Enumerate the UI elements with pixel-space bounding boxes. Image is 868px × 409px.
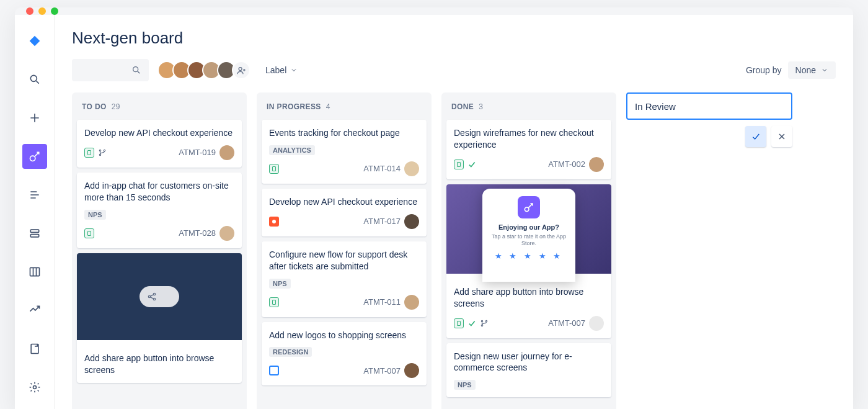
story-type-icon (269, 297, 279, 307)
assignee-avatar[interactable] (589, 316, 604, 331)
share-icon (141, 286, 162, 307)
add-person-icon (237, 66, 246, 75)
app-logo-icon[interactable] (22, 29, 47, 53)
new-column (626, 92, 792, 409)
card-id: ATMT-002 (548, 160, 585, 169)
nav-reports-icon[interactable] (22, 298, 47, 323)
label-filter-text: Label (265, 65, 286, 75)
card-title: Design new user journey for e-commerce s… (454, 351, 604, 374)
card-title: Add in-app chat for customers on-site mo… (84, 180, 234, 204)
minimize-window-icon[interactable] (38, 7, 46, 15)
assignee-avatar[interactable] (219, 145, 234, 160)
card-id: ATMT-017 (363, 217, 401, 226)
card-tag: NPS (84, 210, 106, 220)
card[interactable]: Add share app button into browse screens (77, 253, 242, 384)
card[interactable]: Add in-app chat for customers on-site mo… (77, 173, 242, 248)
svg-rect-7 (30, 267, 39, 276)
card-tag: ANALYTICS (269, 145, 315, 155)
svg-point-30 (104, 150, 105, 151)
card-id: ATMT-007 (548, 318, 585, 328)
member-avatars (157, 61, 250, 79)
nav-board[interactable] (22, 144, 47, 169)
svg-point-37 (481, 320, 482, 321)
card[interactable]: Enjoying our App? Tap a star to rate it … (446, 184, 611, 338)
close-window-icon[interactable] (26, 7, 33, 15)
column-todo: TO DO 29 Develop new API checkout experi… (72, 92, 247, 409)
card-id: ATMT-028 (179, 228, 216, 238)
svg-point-4 (30, 156, 35, 161)
check-icon (751, 132, 761, 142)
svg-rect-6 (30, 235, 38, 237)
svg-line-34 (150, 294, 153, 296)
group-by-control: Group by None (746, 61, 836, 79)
assignee-avatar[interactable] (404, 161, 419, 176)
page-title: Next-gen board (72, 29, 836, 48)
card-id: ATMT-014 (363, 164, 401, 173)
add-member-button[interactable] (232, 61, 250, 79)
svg-point-25 (239, 67, 242, 70)
card-title: Add share app button into browse screens (454, 286, 604, 310)
phone-preview-subtitle: Tap a star to rate it on the App Store. (490, 233, 568, 247)
card-cover: Enjoying our App? Tap a star to rate it … (446, 184, 611, 274)
card-title: Design wireframes for new checkout exper… (454, 127, 604, 151)
maximize-window-icon[interactable] (51, 7, 58, 15)
window-titlebar (15, 7, 853, 15)
column-count: 3 (479, 102, 483, 111)
column-in-progress: IN PROGRESS 4 Events tracking for checko… (257, 92, 432, 409)
nav-backlog-icon[interactable] (22, 182, 47, 207)
card-tag: NPS (269, 279, 291, 289)
column-name: IN PROGRESS (267, 102, 321, 111)
assignee-avatar[interactable] (404, 363, 419, 378)
column-header[interactable]: TO DO 29 (77, 100, 242, 115)
chevron-down-icon (821, 66, 828, 74)
branch-icon (480, 319, 489, 328)
svg-point-38 (481, 325, 482, 326)
nav-pages-icon[interactable] (22, 336, 47, 361)
story-type-icon (454, 318, 464, 328)
card[interactable]: Configure new flow for support desk afte… (262, 241, 427, 317)
svg-point-36 (525, 207, 529, 212)
card[interactable]: Design new user journey for e-commerce s… (446, 343, 611, 398)
chevron-down-icon (290, 66, 298, 74)
group-by-select[interactable]: None (788, 61, 836, 79)
card-title: Add new logos to shopping screens (269, 330, 419, 341)
story-type-icon (269, 164, 279, 174)
svg-point-11 (33, 386, 36, 389)
search-icon[interactable] (22, 67, 47, 92)
card[interactable]: Events tracking for checkout page ANALYT… (262, 120, 427, 184)
search-input[interactable] (72, 59, 149, 81)
assignee-avatar[interactable] (219, 226, 234, 241)
rocket-icon (518, 196, 540, 218)
label-filter[interactable]: Label (265, 65, 298, 75)
branch-icon (98, 148, 107, 157)
card[interactable]: Develop new API checkout experience ATMT… (262, 189, 427, 236)
create-icon[interactable] (22, 106, 47, 130)
nav-settings-icon[interactable] (22, 375, 47, 400)
svg-point-28 (99, 150, 100, 151)
svg-point-0 (30, 75, 37, 81)
card-id: ATMT-011 (363, 297, 401, 307)
new-column-input[interactable] (626, 92, 792, 120)
column-name: TO DO (82, 102, 107, 111)
confirm-new-column-button[interactable] (745, 126, 766, 147)
column-count: 29 (112, 102, 120, 111)
nav-columns-icon[interactable] (22, 259, 47, 284)
board: TO DO 29 Develop new API checkout experi… (72, 92, 836, 409)
svg-point-23 (133, 67, 138, 72)
card[interactable]: Develop new API checkout experience ATMT… (77, 120, 242, 168)
card-cover (77, 253, 242, 340)
nav-stack-icon[interactable] (22, 221, 47, 246)
board-toolbar: Label Group by None (72, 59, 836, 81)
assignee-avatar[interactable] (404, 214, 419, 229)
assignee-avatar[interactable] (404, 295, 419, 310)
cancel-new-column-button[interactable] (771, 126, 792, 147)
card[interactable]: Design wireframes for new checkout exper… (446, 120, 611, 179)
left-nav-rail (15, 15, 55, 409)
card-title: Develop new API checkout experience (84, 127, 234, 139)
card[interactable]: Add new logos to shopping screens REDESI… (262, 322, 427, 386)
svg-point-29 (99, 154, 100, 155)
assignee-avatar[interactable] (589, 157, 604, 172)
column-header[interactable]: IN PROGRESS 4 (262, 100, 427, 115)
column-header[interactable]: DONE 3 (446, 100, 611, 115)
card-title: Configure new flow for support desk afte… (269, 249, 419, 272)
